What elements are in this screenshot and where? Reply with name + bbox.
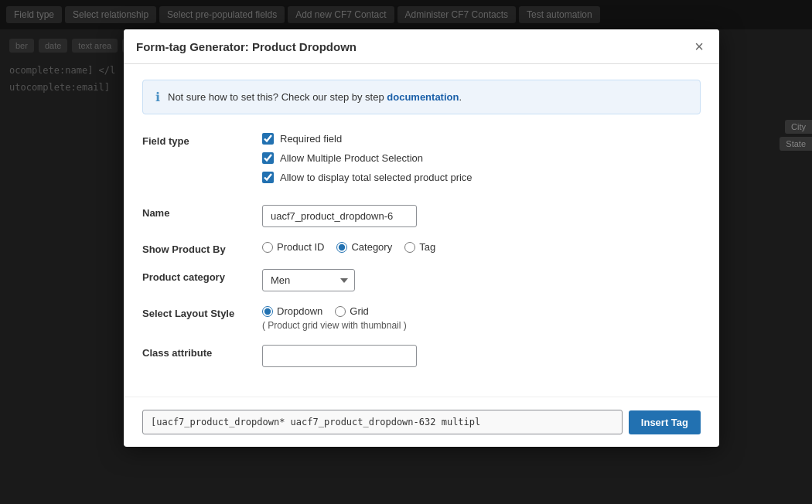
info-icon: ℹ — [155, 90, 160, 104]
radio-tag-option: Tag — [404, 241, 435, 253]
documentation-link[interactable]: documentation — [387, 91, 459, 103]
layout-style-radios: Dropdown Grid — [262, 305, 701, 317]
required-field-label: Required field — [280, 133, 342, 145]
layout-dropdown-label: Dropdown — [277, 305, 322, 317]
allow-multiple-checkbox[interactable] — [262, 152, 274, 164]
layout-style-row: Select Layout Style Dropdown Grid ( Prod… — [142, 305, 701, 331]
product-category-row: Product category Men Women Kids Sale — [142, 269, 701, 291]
name-controls — [262, 205, 701, 227]
field-type-row: Field type Required field Allow Multiple… — [142, 133, 701, 191]
info-text: Not sure how to set this? Check our step… — [168, 91, 462, 103]
radio-category-option: Category — [336, 241, 392, 253]
layout-style-label: Select Layout Style — [142, 305, 262, 319]
modal-dialog: Form-tag Generator: Product Dropdown × ℹ… — [124, 29, 719, 447]
layout-grid-radio[interactable] — [335, 306, 346, 317]
modal-header: Form-tag Generator: Product Dropdown × — [124, 29, 719, 64]
name-label: Name — [142, 205, 262, 219]
class-attribute-controls — [262, 345, 701, 367]
allow-display-total-row: Allow to display total selected product … — [262, 172, 701, 183]
field-type-label: Field type — [142, 133, 262, 147]
radio-product-id[interactable] — [262, 242, 273, 253]
insert-tag-button[interactable]: Insert Tag — [629, 410, 701, 434]
field-type-controls: Required field Allow Multiple Product Se… — [262, 133, 701, 191]
allow-multiple-row: Allow Multiple Product Selection — [262, 152, 701, 164]
modal-title: Form-tag Generator: Product Dropdown — [136, 40, 357, 53]
info-banner: ℹ Not sure how to set this? Check our st… — [142, 80, 701, 114]
show-product-by-radios: Product ID Category Tag — [262, 241, 701, 253]
radio-category[interactable] — [336, 242, 347, 253]
name-input[interactable] — [262, 205, 417, 227]
layout-grid-option: Grid — [335, 305, 369, 317]
radio-category-label: Category — [351, 241, 392, 253]
product-category-label: Product category — [142, 269, 262, 283]
layout-style-controls: Dropdown Grid ( Product grid view with t… — [262, 305, 701, 331]
modal-body: ℹ Not sure how to set this? Check our st… — [124, 64, 719, 397]
info-banner-suffix: . — [459, 91, 462, 103]
class-attribute-input[interactable] — [262, 345, 417, 367]
radio-tag[interactable] — [404, 242, 415, 253]
layout-style-note: ( Product grid view with thumbnail ) — [262, 320, 701, 331]
close-button[interactable]: × — [691, 39, 707, 54]
tag-output-field[interactable] — [142, 410, 623, 434]
layout-dropdown-radio[interactable] — [262, 306, 273, 317]
radio-tag-label: Tag — [419, 241, 435, 253]
class-attribute-label: Class attribute — [142, 345, 262, 359]
required-field-checkbox[interactable] — [262, 133, 274, 145]
class-attribute-row: Class attribute — [142, 345, 701, 367]
modal-footer: Insert Tag — [124, 397, 719, 447]
radio-product-id-option: Product ID — [262, 241, 324, 253]
allow-display-total-checkbox[interactable] — [262, 172, 274, 183]
allow-multiple-label: Allow Multiple Product Selection — [280, 152, 423, 164]
required-field-row: Required field — [262, 133, 701, 145]
product-category-select[interactable]: Men Women Kids Sale — [262, 269, 355, 291]
name-row: Name — [142, 205, 701, 227]
layout-grid-label: Grid — [350, 305, 369, 317]
product-category-controls: Men Women Kids Sale — [262, 269, 701, 291]
radio-product-id-label: Product ID — [277, 241, 324, 253]
show-product-by-label: Show Product By — [142, 241, 262, 255]
allow-display-total-label: Allow to display total selected product … — [280, 172, 473, 183]
show-product-by-row: Show Product By Product ID Category Tag — [142, 241, 701, 255]
info-banner-text: Not sure how to set this? Check our step… — [168, 91, 387, 103]
show-product-by-controls: Product ID Category Tag — [262, 241, 701, 253]
layout-dropdown-option: Dropdown — [262, 305, 322, 317]
